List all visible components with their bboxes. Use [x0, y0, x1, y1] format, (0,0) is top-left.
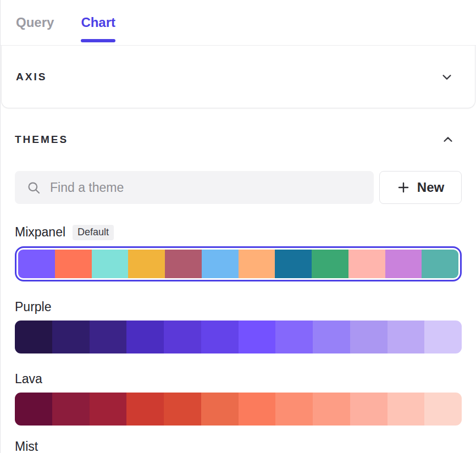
- theme-item-lava: Lava: [15, 372, 462, 426]
- tab-query[interactable]: Query: [16, 0, 54, 45]
- swatch-9: [313, 321, 350, 353]
- swatch-10: [348, 250, 385, 278]
- swatch-1: [15, 393, 52, 426]
- swatch-8: [275, 321, 313, 353]
- theme-swatch-row[interactable]: [18, 250, 458, 278]
- swatch-7: [239, 250, 275, 278]
- theme-name: Purple: [15, 300, 51, 314]
- theme-item-mixpanel: MixpanelDefault: [15, 225, 462, 281]
- axis-section-header[interactable]: AXIS: [16, 71, 461, 83]
- swatch-10: [350, 321, 388, 353]
- swatch-6: [202, 250, 239, 278]
- themes-section-title: THEMES: [15, 134, 68, 146]
- tab-bar: Query Chart: [1, 0, 476, 46]
- swatch-6: [201, 321, 239, 353]
- theme-label-row: Mist: [15, 439, 462, 453]
- swatch-3: [90, 321, 127, 353]
- axis-section[interactable]: AXIS: [1, 46, 475, 108]
- swatch-5: [165, 250, 202, 278]
- swatch-4: [126, 393, 164, 426]
- chevron-down-icon[interactable]: [441, 71, 453, 83]
- swatch-1: [18, 250, 55, 278]
- swatch-12: [424, 393, 462, 426]
- swatch-12: [424, 321, 462, 353]
- swatch-9: [312, 250, 348, 278]
- swatch-11: [385, 250, 422, 278]
- swatch-7: [239, 321, 276, 353]
- theme-toolbar: New: [15, 171, 462, 204]
- new-button-label: New: [417, 180, 444, 195]
- new-theme-button[interactable]: New: [379, 171, 462, 204]
- swatch-2: [52, 393, 90, 426]
- swatch-5: [164, 393, 201, 426]
- theme-name: Lava: [15, 372, 42, 386]
- chevron-up-icon[interactable]: [442, 134, 454, 146]
- theme-list: MixpanelDefaultPurpleLavaMist: [15, 225, 462, 453]
- theme-item-purple: Purple: [15, 300, 462, 353]
- themes-section-header[interactable]: THEMES: [15, 134, 462, 146]
- tab-chart[interactable]: Chart: [81, 0, 115, 45]
- swatch-12: [422, 250, 458, 278]
- plus-icon: [397, 181, 410, 194]
- swatch-3: [92, 250, 129, 278]
- swatch-10: [350, 393, 388, 426]
- theme-item-mist: Mist: [15, 439, 462, 453]
- swatch-2: [55, 250, 92, 278]
- themes-section: THEMES New MixpanelDefaultPurpleLavaMist: [1, 108, 476, 453]
- swatch-6: [201, 393, 239, 426]
- chart-settings-panel: Query Chart AXIS THEMES: [0, 0, 476, 453]
- axis-section-title: AXIS: [16, 71, 47, 83]
- swatch-1: [15, 321, 52, 353]
- default-badge: Default: [73, 225, 114, 240]
- swatch-8: [275, 393, 313, 426]
- swatch-2: [52, 321, 90, 353]
- swatch-4: [126, 321, 164, 353]
- swatch-4: [128, 250, 165, 278]
- theme-label-row: Purple: [15, 300, 462, 314]
- swatch-3: [90, 393, 127, 426]
- search-input[interactable]: [15, 171, 374, 204]
- swatch-11: [388, 321, 425, 353]
- swatch-8: [275, 250, 312, 278]
- theme-name: Mist: [15, 439, 38, 453]
- swatch-7: [239, 393, 276, 426]
- theme-label-row: MixpanelDefault: [15, 225, 462, 240]
- swatch-11: [388, 393, 425, 426]
- swatch-5: [164, 321, 201, 353]
- theme-swatch-row[interactable]: [15, 321, 462, 353]
- theme-name: Mixpanel: [15, 225, 65, 240]
- theme-search-box: [15, 171, 374, 204]
- swatch-9: [313, 393, 350, 426]
- theme-label-row: Lava: [15, 372, 462, 386]
- theme-swatch-row[interactable]: [15, 393, 462, 426]
- selected-theme-ring[interactable]: [15, 246, 462, 281]
